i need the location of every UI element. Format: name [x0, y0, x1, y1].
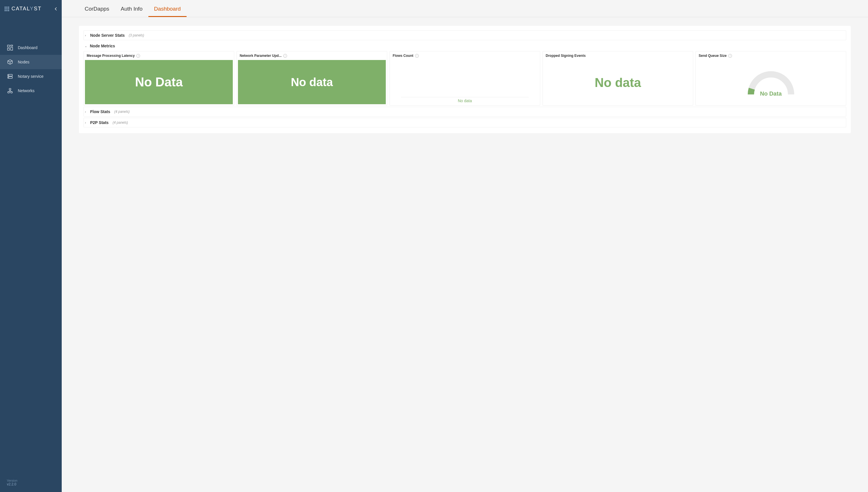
panel-title: Network Parameter Upd...	[240, 54, 281, 58]
nav-label: Nodes	[18, 60, 29, 64]
svg-rect-6	[5, 10, 6, 11]
sidebar-item-nodes[interactable]: Nodes	[0, 55, 62, 69]
svg-point-15	[8, 75, 9, 75]
nav-label: Notary service	[18, 74, 43, 79]
tab-cordapps[interactable]: CorDapps	[79, 0, 115, 17]
chevron-down-icon: ⌄	[85, 45, 88, 48]
section-title: Node Metrics	[90, 44, 115, 48]
svg-rect-17	[9, 89, 11, 90]
section-title: Node Server Stats	[90, 33, 125, 38]
no-data-text: No Data	[135, 75, 182, 89]
svg-rect-5	[8, 8, 9, 9]
logo-icon	[5, 7, 9, 11]
dashboard-icon	[7, 45, 13, 51]
panel-header: Dropped Signing Events	[543, 51, 693, 60]
panel-network-parameter-update: Network Parameter Upd... i No data	[237, 51, 387, 106]
panel-send-queue-size: Send Queue Size i No Data	[695, 51, 846, 106]
svg-rect-18	[8, 92, 9, 93]
nav: Dashboard Nodes Notary service Networks	[0, 41, 62, 473]
info-icon[interactable]: i	[415, 54, 419, 58]
tab-auth-info[interactable]: Auth Info	[115, 0, 148, 17]
nav-label: Networks	[18, 89, 34, 93]
logo-text: CATALYST	[11, 6, 52, 12]
info-icon[interactable]: i	[137, 54, 140, 58]
svg-rect-4	[6, 8, 7, 9]
panel-dropped-signing-events: Dropped Signing Events No data	[543, 51, 693, 106]
panel-body: No Data	[696, 60, 846, 105]
svg-rect-2	[8, 7, 9, 8]
section-meta: (4 panels)	[114, 109, 129, 114]
cube-icon	[7, 59, 13, 65]
sidebar-item-dashboard[interactable]: Dashboard	[0, 41, 62, 55]
panel-body: No Data	[85, 60, 233, 104]
panel-body: No data	[238, 60, 386, 104]
svg-rect-0	[5, 7, 6, 8]
version-value: v2.2.0	[7, 482, 55, 486]
section-title: Flow Stats	[90, 109, 110, 114]
panel-title: Message Processing Latency	[87, 54, 134, 58]
svg-rect-10	[10, 45, 13, 46]
svg-rect-11	[7, 48, 9, 50]
network-icon	[7, 88, 13, 94]
svg-rect-7	[6, 10, 7, 11]
server-icon	[7, 73, 13, 79]
panel-flows-count: Flows Count i No data	[390, 51, 540, 106]
panel-message-processing-latency: Message Processing Latency i No Data	[83, 51, 234, 106]
sidebar: CATALYST Dashboard Nodes Notary service	[0, 0, 62, 492]
section-node-server-stats[interactable]: › Node Server Stats (3 panels)	[83, 30, 846, 40]
section-p2p-stats[interactable]: › P2P Stats (4 panels)	[83, 118, 846, 127]
panels-grid: Message Processing Latency i No Data Net…	[83, 51, 846, 106]
gauge-text: No Data	[760, 91, 782, 97]
tab-dashboard[interactable]: Dashboard	[148, 0, 187, 17]
section-title: P2P Stats	[90, 120, 108, 125]
svg-point-16	[8, 77, 9, 78]
sidebar-header: CATALYST	[0, 0, 62, 18]
version-label: Version	[7, 479, 55, 482]
panel-header: Send Queue Size i	[696, 51, 846, 60]
no-data-text: No data	[291, 76, 333, 89]
svg-rect-8	[8, 10, 9, 11]
svg-rect-19	[10, 92, 13, 93]
sidebar-item-networks[interactable]: Networks	[0, 83, 62, 98]
no-data-text: No data	[401, 97, 529, 103]
nav-label: Dashboard	[18, 45, 38, 50]
sidebar-footer: Version v2.2.0	[0, 473, 62, 492]
content: › Node Server Stats (3 panels) ⌄ Node Me…	[62, 17, 868, 142]
section-meta: (3 panels)	[129, 33, 144, 37]
no-data-text: No data	[595, 75, 641, 90]
info-icon[interactable]: i	[728, 54, 732, 58]
chevron-right-icon: ›	[85, 110, 88, 114]
panel-title: Send Queue Size	[699, 54, 726, 58]
panel-title: Flows Count	[393, 54, 413, 58]
section-flow-stats[interactable]: › Flow Stats (4 panels)	[83, 107, 846, 117]
dashboard-card: › Node Server Stats (3 panels) ⌄ Node Me…	[79, 26, 851, 133]
panel-body: No data	[390, 60, 540, 105]
gauge: No Data	[745, 69, 797, 97]
tabs: CorDapps Auth Info Dashboard	[62, 0, 868, 17]
main: CorDapps Auth Info Dashboard › Node Serv…	[62, 0, 868, 492]
panel-header: Network Parameter Upd... i	[237, 51, 387, 60]
svg-rect-1	[6, 7, 7, 8]
svg-rect-3	[5, 8, 6, 9]
section-meta: (4 panels)	[113, 121, 128, 125]
panel-header: Flows Count i	[390, 51, 540, 60]
svg-rect-12	[10, 47, 13, 50]
sidebar-item-notary[interactable]: Notary service	[0, 69, 62, 83]
info-icon[interactable]: i	[283, 54, 287, 58]
panel-title: Dropped Signing Events	[546, 54, 586, 58]
chevron-right-icon: ›	[85, 34, 88, 37]
chevron-right-icon: ›	[85, 121, 88, 124]
panel-body: No data	[543, 60, 693, 105]
panel-header: Message Processing Latency i	[84, 51, 234, 60]
svg-rect-9	[7, 45, 9, 47]
section-node-metrics[interactable]: ⌄ Node Metrics	[83, 41, 846, 51]
collapse-sidebar-button[interactable]	[55, 7, 57, 10]
